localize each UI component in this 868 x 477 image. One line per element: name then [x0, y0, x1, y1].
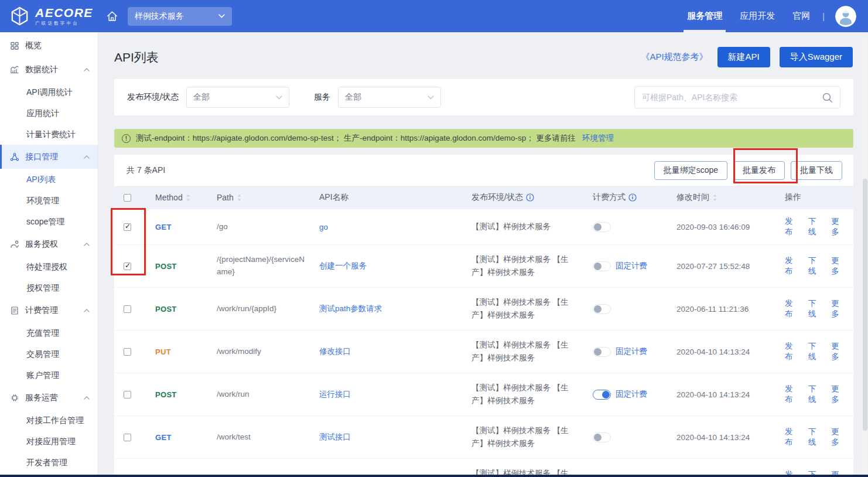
more-link[interactable]: 更多	[831, 427, 846, 448]
billing-toggle[interactable]	[593, 432, 611, 442]
sort-icon[interactable]	[712, 194, 717, 202]
billing-toggle[interactable]	[593, 304, 611, 314]
modified-time: 2020-04-10 14:13:24	[676, 347, 785, 356]
service-filter-select[interactable]: 全部	[338, 87, 441, 108]
top-nav-item[interactable]: 官网	[792, 0, 810, 32]
column-header-label: Path	[217, 193, 234, 202]
sidebar-subitem[interactable]: 计量计费统计	[0, 124, 98, 145]
top-nav-item[interactable]: 应用开发	[740, 0, 775, 32]
brand-subtitle: 广联达数字中台	[35, 21, 93, 26]
publish-link[interactable]: 发布	[785, 298, 800, 319]
billing-type-link[interactable]: 固定计费	[616, 346, 647, 357]
sidebar-subitem[interactable]: 交易管理	[0, 343, 98, 364]
publish-link[interactable]: 发布	[785, 384, 800, 405]
row-checkbox[interactable]	[124, 223, 131, 231]
billing-type-link[interactable]: 固定计费	[616, 261, 647, 271]
new-api-button[interactable]: 新建API	[717, 47, 770, 67]
avatar[interactable]	[835, 6, 856, 27]
offline-link[interactable]: 下线	[808, 255, 823, 277]
home-button[interactable]	[106, 10, 118, 22]
billing-icon	[10, 306, 19, 315]
search-icon[interactable]	[822, 92, 833, 103]
sidebar-subitem[interactable]: 对接应用管理	[0, 431, 98, 452]
billing-toggle[interactable]	[593, 347, 611, 357]
sort-icon[interactable]	[186, 194, 191, 202]
more-link[interactable]: 更多	[831, 341, 846, 362]
sidebar-subitem[interactable]: 对接工作台管理	[0, 410, 98, 431]
api-name-link[interactable]: 修改接口	[319, 346, 351, 357]
info-icon[interactable]	[526, 193, 534, 202]
workspace-select-value: 样例技术服务	[135, 11, 184, 22]
method-badge: POST	[155, 262, 177, 271]
sort-icon[interactable]	[237, 194, 242, 202]
column-header: 计费方式	[593, 192, 676, 203]
env-filter-select[interactable]: 全部	[186, 87, 289, 108]
offline-link[interactable]: 下线	[808, 216, 823, 237]
select-all-checkbox[interactable]	[124, 194, 131, 202]
offline-link[interactable]: 下线	[808, 427, 823, 448]
publish-link[interactable]: 发布	[785, 216, 800, 237]
info-icon[interactable]	[628, 193, 637, 202]
sidebar-subitem[interactable]: 应用统计	[0, 103, 98, 124]
api-name-link[interactable]: go	[319, 223, 328, 231]
sidebar-item[interactable]: 计费管理	[0, 298, 98, 322]
batch-publish-button[interactable]: 批量发布	[733, 161, 785, 180]
api-name-link[interactable]: 创建一个服务	[319, 261, 367, 271]
batch-offline-button[interactable]: 批量下线	[791, 161, 842, 180]
sidebar-subitem[interactable]: 环境管理	[0, 190, 98, 211]
home-icon	[106, 10, 118, 22]
billing-toggle[interactable]	[593, 390, 611, 400]
api-name-link[interactable]: 测试path参数请求	[319, 304, 382, 314]
chevron-up-icon	[84, 68, 90, 71]
billing-toggle[interactable]	[593, 261, 611, 271]
api-spec-link[interactable]: 《API规范参考》	[641, 52, 708, 63]
exclamation-icon: !	[122, 134, 131, 143]
row-checkbox[interactable]	[124, 305, 131, 313]
sidebar-subitem[interactable]: API调用统计	[0, 81, 98, 103]
api-name-link[interactable]: 测试接口	[319, 432, 351, 442]
workspace-select[interactable]: 样例技术服务	[128, 7, 232, 26]
billing-type-link[interactable]: 固定计费	[616, 389, 647, 400]
more-link[interactable]: 更多	[831, 298, 846, 319]
offline-link[interactable]: 下线	[808, 384, 823, 405]
brand-logo: AECORE 广联达数字中台	[9, 6, 93, 26]
sidebar-subitem[interactable]: scope管理	[0, 211, 98, 232]
table-row: POST/work/run/{appId}测试path参数请求【测试】样例技术服…	[114, 287, 853, 330]
table-row: POST/{projectName}/{serviceName}创建一个服务【测…	[114, 244, 853, 287]
top-nav-item[interactable]: 服务管理	[687, 0, 722, 32]
search-input[interactable]	[642, 93, 822, 102]
sidebar-item[interactable]: 概览	[0, 33, 98, 57]
row-checkbox[interactable]	[124, 263, 131, 270]
publish-link[interactable]: 发布	[785, 341, 800, 362]
sidebar-subitem[interactable]: 充值管理	[0, 322, 98, 343]
row-checkbox[interactable]	[124, 434, 131, 441]
ops-icon	[10, 393, 19, 403]
column-header: 操作	[785, 192, 853, 203]
publish-link[interactable]: 发布	[785, 255, 800, 277]
offline-link[interactable]: 下线	[808, 298, 823, 319]
import-swagger-button[interactable]: 导入Swagger	[780, 47, 853, 67]
more-link[interactable]: 更多	[831, 255, 846, 277]
sidebar-subitem[interactable]: API列表	[0, 169, 98, 190]
more-link[interactable]: 更多	[831, 216, 846, 237]
batch-bind-scope-button[interactable]: 批量绑定scope	[654, 161, 727, 180]
sidebar-item[interactable]: 服务授权	[0, 232, 98, 256]
env-status: 【测试】样例技术服务 【生产】样例技术服务	[471, 381, 593, 407]
scrollbar-thumb[interactable]	[863, 179, 867, 431]
sidebar-item[interactable]: 数据统计	[0, 57, 98, 81]
sidebar-subitem[interactable]: 开发者管理	[0, 452, 98, 473]
billing-toggle[interactable]	[593, 222, 611, 232]
sidebar-subitem[interactable]: 待处理授权	[0, 256, 98, 277]
row-checkbox[interactable]	[124, 348, 131, 356]
sidebar-subitem[interactable]: 授权管理	[0, 277, 98, 298]
sidebar-item[interactable]: 服务运营	[0, 386, 98, 410]
env-manage-link[interactable]: 环境管理	[582, 133, 614, 144]
api-name-link[interactable]: 运行接口	[319, 389, 351, 400]
sidebar-item[interactable]: 接口管理	[0, 145, 98, 169]
more-link[interactable]: 更多	[831, 384, 846, 405]
row-checkbox[interactable]	[124, 391, 131, 398]
offline-link[interactable]: 下线	[808, 341, 823, 362]
sidebar-subitem[interactable]: 账户管理	[0, 364, 98, 386]
table-row: GET/work/test测试接口【测试】样例技术服务 【生产】样例技术服务20…	[114, 415, 853, 458]
publish-link[interactable]: 发布	[785, 427, 800, 448]
